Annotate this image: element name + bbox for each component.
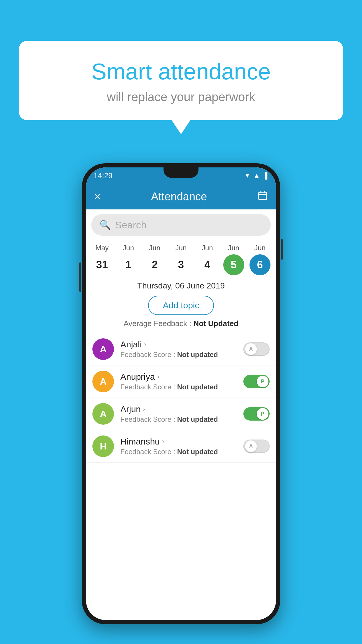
calendar-date[interactable]: 3 bbox=[171, 254, 191, 275]
calendar-icon[interactable] bbox=[257, 190, 268, 203]
selected-date: Thursday, 06 June 2019 bbox=[86, 275, 276, 293]
calendar-day[interactable]: Jun6 bbox=[248, 244, 272, 275]
calendar-month-label: Jun bbox=[175, 244, 187, 252]
calendar-day[interactable]: Jun3 bbox=[169, 244, 193, 275]
search-bar[interactable]: 🔍 Search bbox=[91, 214, 271, 236]
status-icons: ▼ ▲ ▐ bbox=[244, 172, 267, 179]
student-score: Feedback Score : Not updated bbox=[120, 448, 240, 456]
student-name: Himanshu › bbox=[120, 437, 240, 447]
student-name: Arjun › bbox=[120, 404, 240, 414]
chevron-right-icon: › bbox=[162, 438, 164, 445]
volume-button bbox=[79, 262, 81, 292]
student-info: Anupriya ›Feedback Score : Not updated bbox=[120, 372, 240, 391]
calendar-date[interactable]: 5 bbox=[223, 254, 244, 275]
calendar-day[interactable]: Jun1 bbox=[117, 244, 140, 275]
calendar-month-label: May bbox=[95, 244, 108, 252]
avatar: A bbox=[92, 371, 114, 392]
battery-icon: ▐ bbox=[263, 172, 267, 179]
calendar-date[interactable]: 31 bbox=[92, 254, 113, 275]
power-button bbox=[281, 239, 283, 260]
student-list: AAnjali ›Feedback Score : Not updatedAAA… bbox=[86, 333, 276, 463]
calendar-month-label: Jun bbox=[202, 244, 213, 252]
chevron-right-icon: › bbox=[143, 405, 145, 413]
close-button[interactable]: × bbox=[94, 190, 101, 203]
bubble-title: Smart attendance bbox=[39, 58, 323, 85]
avg-feedback: Average Feedback : Not Updated bbox=[86, 319, 276, 333]
header-title: Attendance bbox=[151, 190, 207, 203]
add-topic-button[interactable]: Add topic bbox=[148, 296, 214, 315]
avatar: A bbox=[92, 403, 114, 425]
attendance-toggle[interactable]: P bbox=[243, 407, 270, 421]
calendar-date[interactable]: 1 bbox=[118, 254, 139, 275]
list-item[interactable]: AAnjali ›Feedback Score : Not updatedA bbox=[86, 333, 276, 365]
list-item[interactable]: AArjun ›Feedback Score : Not updatedP bbox=[86, 398, 276, 430]
app-header: × Attendance bbox=[86, 184, 276, 209]
student-info: Arjun ›Feedback Score : Not updated bbox=[120, 404, 240, 424]
status-time: 14:29 bbox=[94, 171, 113, 180]
calendar-date[interactable]: 4 bbox=[197, 254, 218, 275]
search-input[interactable]: Search bbox=[115, 219, 147, 231]
phone-screen: 14:29 ▼ ▲ ▐ × Attendance 🔍 Se bbox=[86, 167, 276, 620]
calendar-date[interactable]: 6 bbox=[249, 254, 270, 275]
phone-frame: 14:29 ▼ ▲ ▐ × Attendance 🔍 Se bbox=[82, 163, 280, 624]
list-item[interactable]: HHimanshu ›Feedback Score : Not updatedA bbox=[86, 430, 276, 463]
student-score: Feedback Score : Not updated bbox=[120, 415, 240, 424]
phone-notch bbox=[164, 167, 198, 178]
calendar-row: May31Jun1Jun2Jun3Jun4Jun5Jun6 bbox=[86, 240, 276, 275]
avatar: A bbox=[92, 338, 114, 360]
chevron-right-icon: › bbox=[144, 341, 146, 348]
avatar: H bbox=[92, 435, 114, 457]
attendance-toggle[interactable]: A bbox=[243, 342, 270, 356]
svg-rect-0 bbox=[259, 192, 267, 200]
calendar-day[interactable]: May31 bbox=[90, 244, 114, 275]
student-info: Anjali ›Feedback Score : Not updated bbox=[120, 340, 240, 359]
student-name: Anjali › bbox=[120, 340, 240, 349]
list-item[interactable]: AAnupriya ›Feedback Score : Not updatedP bbox=[86, 365, 276, 398]
calendar-month-label: Jun bbox=[254, 244, 266, 252]
calendar-date[interactable]: 2 bbox=[144, 254, 165, 275]
avg-feedback-label: Average Feedback : bbox=[124, 319, 191, 328]
attendance-toggle[interactable]: A bbox=[243, 440, 270, 453]
calendar-month-label: Jun bbox=[149, 244, 160, 252]
bubble-subtitle: will replace your paperwork bbox=[39, 90, 323, 104]
calendar-day[interactable]: Jun4 bbox=[196, 244, 219, 275]
student-score: Feedback Score : Not updated bbox=[120, 351, 240, 359]
chevron-right-icon: › bbox=[157, 373, 159, 381]
calendar-month-label: Jun bbox=[228, 244, 239, 252]
attendance-toggle[interactable]: P bbox=[243, 375, 270, 388]
speech-bubble-container: Smart attendance will replace your paper… bbox=[19, 41, 343, 120]
signal-icon: ▲ bbox=[254, 172, 260, 179]
calendar-day[interactable]: Jun2 bbox=[143, 244, 166, 275]
student-name: Anupriya › bbox=[120, 372, 240, 382]
wifi-icon: ▼ bbox=[244, 172, 251, 179]
student-score: Feedback Score : Not updated bbox=[120, 383, 240, 391]
calendar-month-label: Jun bbox=[123, 244, 134, 252]
speech-bubble: Smart attendance will replace your paper… bbox=[19, 41, 343, 120]
search-icon: 🔍 bbox=[99, 219, 111, 230]
avg-feedback-value: Not Updated bbox=[193, 319, 238, 328]
calendar-day[interactable]: Jun5 bbox=[222, 244, 245, 275]
student-info: Himanshu ›Feedback Score : Not updated bbox=[120, 437, 240, 456]
